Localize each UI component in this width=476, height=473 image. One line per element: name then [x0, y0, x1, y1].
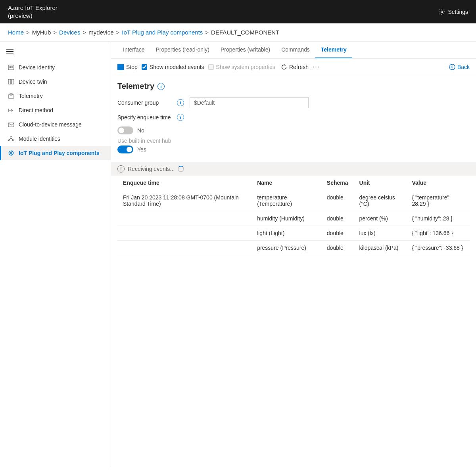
- show-system-checkbox-label: Show system properties: [208, 64, 275, 70]
- table-row: light (Light)doublelux (lx){ "light": 13…: [117, 226, 470, 241]
- table-row: humidity (Humidity)doublepercent (%){ "h…: [117, 211, 470, 226]
- breadcrumb-home[interactable]: Home: [8, 29, 24, 36]
- enqueue-time-info-icon[interactable]: i: [177, 114, 184, 121]
- breadcrumb-sep-4: >: [116, 29, 120, 36]
- enqueue-toggle-label: No: [137, 127, 144, 134]
- svg-point-15: [10, 137, 12, 139]
- svg-line-18: [9, 139, 11, 140]
- sidebar-item-device-twin[interactable]: Device twin: [0, 75, 111, 89]
- table-cell-1-4: { "humidity": 28 }: [406, 211, 470, 226]
- enqueue-toggle-knob: [119, 128, 124, 133]
- settings-button[interactable]: Settings: [438, 8, 468, 15]
- consumer-group-info-icon[interactable]: i: [177, 99, 184, 106]
- tab-commands[interactable]: Commands: [276, 42, 315, 58]
- table-cell-2-4: { "light": 136.66 }: [406, 226, 470, 241]
- tab-interface[interactable]: Interface: [117, 42, 150, 58]
- svg-point-16: [8, 140, 10, 141]
- sidebar-item-iot-plug[interactable]: IoT Plug and Play components: [0, 146, 111, 160]
- sidebar-item-telemetry[interactable]: Telemetry: [0, 89, 111, 103]
- back-label: Back: [457, 64, 470, 70]
- breadcrumb-current: DEFAULT_COMPONENT: [211, 29, 279, 36]
- sidebar-item-cloud-to-device[interactable]: Cloud-to-device message: [0, 117, 111, 132]
- col-enqueue-time: Enqueue time: [117, 176, 251, 190]
- table-cell-3-4: { "pressure": -33.68 }: [406, 241, 470, 255]
- table-cell-2-3: lux (lx): [354, 226, 407, 241]
- app-title: Azure IoT Explorer (preview): [8, 4, 58, 19]
- stop-icon: [117, 64, 124, 70]
- show-modeled-label: Show modeled events: [150, 64, 204, 70]
- back-icon: [449, 64, 455, 70]
- tab-properties-write[interactable]: Properties (writable): [215, 42, 276, 58]
- more-button[interactable]: ···: [313, 63, 320, 71]
- loading-spinner: [178, 166, 184, 172]
- svg-point-21: [10, 152, 12, 154]
- app-subtitle-text: (preview): [8, 12, 33, 19]
- receiving-label: Receiving events...: [128, 166, 175, 172]
- app-title-text: Azure IoT Explorer: [8, 4, 58, 11]
- main-layout: Device identity Device twin Telemetry: [0, 42, 476, 467]
- breadcrumb-sep-2: >: [53, 29, 57, 36]
- table-row: Fri Jan 20 2023 11:28:08 GMT-0700 (Mount…: [117, 190, 470, 211]
- gear-icon: [438, 8, 445, 15]
- sidebar-item-direct-method[interactable]: Direct method: [0, 103, 111, 117]
- consumer-group-input[interactable]: [190, 97, 309, 108]
- sidebar-item-direct-method-label: Direct method: [19, 107, 53, 113]
- svg-rect-3: [6, 54, 13, 54]
- table-cell-0-1: temperature (Temperature): [251, 190, 321, 211]
- table-cell-3-0: [117, 241, 251, 255]
- sidebar: Device identity Device twin Telemetry: [0, 42, 111, 467]
- section-title: Telemetry i: [117, 82, 470, 91]
- hamburger-menu[interactable]: [0, 46, 111, 59]
- top-header: Azure IoT Explorer (preview) Settings: [0, 0, 476, 23]
- back-button[interactable]: Back: [449, 64, 470, 70]
- table-cell-0-3: degree celsius (°C): [354, 190, 407, 211]
- svg-rect-8: [8, 79, 11, 84]
- enqueue-toggle[interactable]: [117, 126, 133, 134]
- breadcrumb-hub: MyHub: [32, 29, 51, 36]
- settings-label: Settings: [448, 9, 468, 15]
- table-cell-2-2: double: [321, 226, 354, 241]
- tab-properties-read[interactable]: Properties (read-only): [150, 42, 215, 58]
- module-identities-icon: [8, 136, 15, 142]
- svg-point-5: [10, 67, 11, 68]
- built-in-toggle-row: Yes: [117, 146, 470, 153]
- col-unit: Unit: [354, 176, 407, 190]
- show-system-checkbox: [208, 64, 214, 70]
- col-value: Value: [406, 176, 470, 190]
- stop-button[interactable]: Stop: [117, 64, 138, 70]
- table-cell-3-1: pressure (Pressure): [251, 241, 321, 255]
- tab-telemetry[interactable]: Telemetry: [315, 42, 352, 58]
- show-system-label: Show system properties: [216, 64, 275, 70]
- svg-point-17: [12, 140, 14, 141]
- table-cell-1-0: [117, 211, 251, 226]
- breadcrumb-iot-plug[interactable]: IoT Plug and Play components: [122, 29, 203, 36]
- sidebar-item-device-identity[interactable]: Device identity: [0, 60, 111, 75]
- telemetry-table: Enqueue time Name Schema Unit Value Fri …: [117, 176, 470, 255]
- refresh-label: Refresh: [289, 64, 309, 70]
- table-cell-3-2: double: [321, 241, 354, 255]
- built-in-toggle[interactable]: [117, 146, 133, 153]
- table-cell-1-1: humidity (Humidity): [251, 211, 321, 226]
- more-label: ···: [313, 63, 320, 71]
- enqueue-time-label: Specify enqueue time: [117, 114, 173, 121]
- table-cell-2-1: light (Light): [251, 226, 321, 241]
- sidebar-item-module-identities-label: Module identities: [19, 136, 60, 142]
- device-twin-icon: [8, 79, 15, 85]
- telemetry-icon: [8, 93, 15, 99]
- table-cell-1-3: percent (%): [354, 211, 407, 226]
- receiving-info-icon: i: [117, 165, 125, 172]
- refresh-button[interactable]: Refresh: [281, 64, 309, 70]
- telemetry-info-icon[interactable]: i: [157, 83, 165, 90]
- show-modeled-checkbox[interactable]: [142, 64, 147, 70]
- svg-point-24: [449, 64, 455, 70]
- sidebar-item-module-identities[interactable]: Module identities: [0, 132, 111, 146]
- breadcrumb-devices[interactable]: Devices: [59, 29, 80, 36]
- direct-method-icon: [8, 107, 15, 113]
- toolbar: Stop Show modeled events Show system pro…: [111, 59, 476, 75]
- built-in-toggle-knob: [127, 147, 132, 152]
- svg-line-19: [11, 139, 13, 140]
- show-modeled-checkbox-label[interactable]: Show modeled events: [142, 64, 204, 70]
- enqueue-time-row: Specify enqueue time i: [117, 114, 470, 121]
- sidebar-item-device-twin-label: Device twin: [19, 79, 47, 85]
- enqueue-toggle-row: No: [117, 126, 470, 134]
